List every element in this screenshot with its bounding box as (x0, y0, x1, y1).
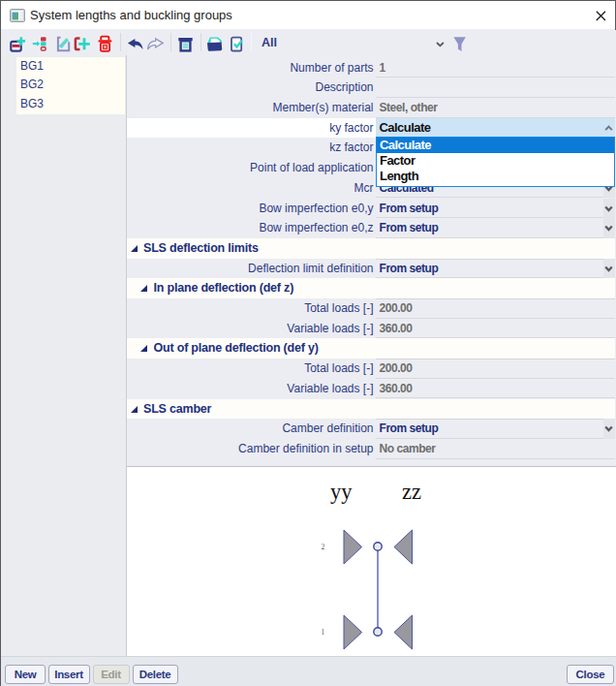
svg-text:2: 2 (322, 543, 325, 551)
svg-text:1: 1 (322, 628, 325, 637)
